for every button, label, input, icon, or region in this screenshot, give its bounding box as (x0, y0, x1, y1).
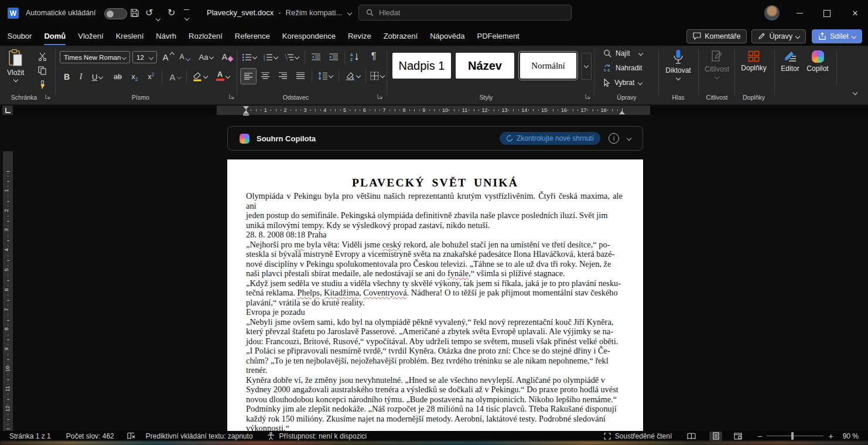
undo-chevron-icon[interactable] (156, 16, 160, 21)
svg-text:b: b (604, 68, 606, 72)
font-size-select[interactable]: 12 (132, 51, 157, 63)
proofing-status-icon[interactable] (127, 432, 136, 440)
tab-korespondence[interactable]: Korespondence (282, 27, 336, 46)
zoom-level[interactable]: 90 % (843, 432, 859, 440)
quick-access-overflow-icon[interactable] (184, 9, 189, 22)
avatar[interactable] (764, 5, 780, 21)
superscript-button[interactable]: x2 (144, 70, 158, 83)
italic-button[interactable]: I (75, 70, 87, 83)
decrease-indent-button[interactable] (308, 50, 323, 63)
redo-icon[interactable]: ↻ (168, 7, 175, 18)
addins-button[interactable]: Doplňky (736, 50, 772, 72)
paste-button[interactable]: Vložit (7, 49, 24, 81)
tab-pdfelement[interactable]: PDFelement (477, 27, 519, 46)
tab-domu[interactable]: Domů (44, 27, 66, 46)
focus-reading-button[interactable]: Soustředěné čtení (615, 432, 672, 440)
numbered-list-button[interactable]: 123 (261, 50, 280, 63)
paragraph-dialog-launcher-icon[interactable] (377, 94, 383, 100)
clear-formatting-button[interactable]: A (219, 50, 235, 63)
sort-button[interactable]: AZ (347, 50, 363, 63)
copilot-button[interactable]: Copilot (804, 50, 832, 73)
autosave-toggle[interactable] (104, 8, 127, 19)
save-icon[interactable] (130, 8, 139, 18)
tab-napoveda[interactable]: Nápověda (430, 27, 464, 46)
tab-zobrazeni[interactable]: Zobrazení (384, 27, 418, 46)
share-button[interactable]: Sdílet (812, 29, 862, 43)
vertical-ruler[interactable]: 123456789101112 (3, 151, 13, 431)
check-new-summary-button[interactable]: Zkontrolujte nové shrnutí (500, 132, 600, 145)
tab-vlozeni[interactable]: Vložení (78, 27, 103, 46)
maximize-button[interactable] (814, 0, 840, 26)
show-formatting-marks-button[interactable]: ¶ (367, 49, 381, 63)
minimize-button[interactable] (787, 0, 812, 26)
justify-button[interactable] (293, 68, 308, 83)
tab-revize[interactable]: Revize (348, 27, 371, 46)
collapse-ribbon-chevron-icon[interactable] (849, 88, 861, 97)
styles-gallery-more-button[interactable] (581, 53, 592, 80)
tab-soubor[interactable]: Soubor (8, 27, 32, 46)
align-left-button[interactable] (240, 68, 257, 84)
style-nadpis1[interactable]: Nadpis 1 (392, 53, 451, 79)
cut-button[interactable] (35, 50, 49, 62)
tab-navrh[interactable]: Návrh (156, 27, 176, 46)
shrink-font-button[interactable]: A (177, 50, 192, 63)
editor-button[interactable]: Editor (778, 50, 802, 73)
tab-reference[interactable]: Reference (235, 27, 270, 46)
grow-font-button[interactable]: A (160, 50, 176, 63)
strikethrough-button[interactable]: ab (110, 70, 125, 83)
tab-rozlozeni[interactable]: Rozložení (189, 27, 223, 46)
word-logo-icon[interactable]: W (8, 8, 19, 19)
clipboard-dialog-launcher-icon[interactable] (45, 94, 51, 100)
align-center-button[interactable] (258, 68, 273, 83)
underline-button[interactable]: U (88, 70, 107, 83)
accessibility-status[interactable]: Přístupnost: není k dispozici (279, 432, 367, 440)
zoom-slider[interactable] (767, 436, 823, 436)
word-count[interactable]: Počet slov: 462 (66, 432, 114, 440)
increase-indent-button[interactable] (326, 50, 341, 63)
page-indicator[interactable]: Stránka 1 z 1 (9, 432, 51, 440)
info-icon[interactable]: i (609, 133, 619, 144)
change-case-button[interactable]: Aa (196, 50, 217, 63)
text-effects-button[interactable]: A (165, 70, 185, 83)
style-normalni[interactable]: Normální (520, 53, 576, 79)
style-nazev[interactable]: Název (456, 53, 514, 79)
line-spacing-button[interactable] (315, 68, 335, 83)
horizontal-ruler[interactable]: 123456789101112131415161718 (217, 106, 650, 115)
zoom-in-button[interactable]: + (828, 432, 833, 441)
copilot-summary-bar: Souhrn Copilota Zkontrolujte nové shrnut… (227, 126, 643, 151)
font-color-button[interactable]: A (212, 69, 233, 83)
read-mode-icon[interactable] (685, 432, 698, 441)
zoom-out-button[interactable]: − (757, 432, 762, 441)
styles-dialog-launcher-icon[interactable] (585, 94, 591, 100)
subscript-button[interactable]: x2 (128, 70, 142, 83)
editing-mode-button[interactable]: Úpravy (751, 29, 806, 43)
comments-button[interactable]: Komentáře (686, 29, 747, 43)
bold-button[interactable]: B (60, 70, 74, 83)
font-family-select[interactable]: Times New Roman (60, 51, 130, 63)
close-button[interactable]: × (842, 0, 868, 26)
borders-button[interactable] (367, 68, 388, 83)
align-right-button[interactable] (275, 68, 291, 83)
find-button[interactable]: Najít (603, 49, 643, 57)
predictive-text-status[interactable]: Prediktivní vkládání textu: zapnuto (146, 432, 253, 440)
tab-kresleni[interactable]: Kreslení (116, 27, 144, 46)
select-button[interactable]: Vybrat (603, 79, 642, 87)
highlight-color-button[interactable] (189, 69, 211, 83)
multilevel-list-button[interactable]: 1ai (282, 50, 301, 63)
format-painter-button[interactable] (35, 79, 49, 90)
replace-button[interactable]: bc Nahradit (603, 64, 642, 72)
copy-button[interactable] (35, 64, 49, 76)
copilot-bar-chevron-icon[interactable] (627, 136, 631, 141)
print-layout-icon[interactable] (709, 432, 722, 441)
web-layout-icon[interactable] (732, 432, 744, 441)
dictate-button[interactable]: Diktovat (662, 49, 695, 80)
tab-stop-selector[interactable] (2, 106, 13, 115)
document-page[interactable]: PLAVECKÝ SVĚT UNIKÁ Olympiáda v Pekingu … (227, 159, 643, 431)
shading-button[interactable] (342, 68, 363, 83)
zoom-slider-thumb[interactable] (791, 432, 794, 440)
font-dialog-launcher-icon[interactable] (229, 94, 235, 100)
bullet-list-button[interactable] (240, 50, 259, 63)
undo-icon[interactable]: ↺ (145, 7, 153, 18)
search-input[interactable]: Hledat (358, 5, 572, 21)
title-dropdown-chevron-icon[interactable] (347, 10, 352, 15)
